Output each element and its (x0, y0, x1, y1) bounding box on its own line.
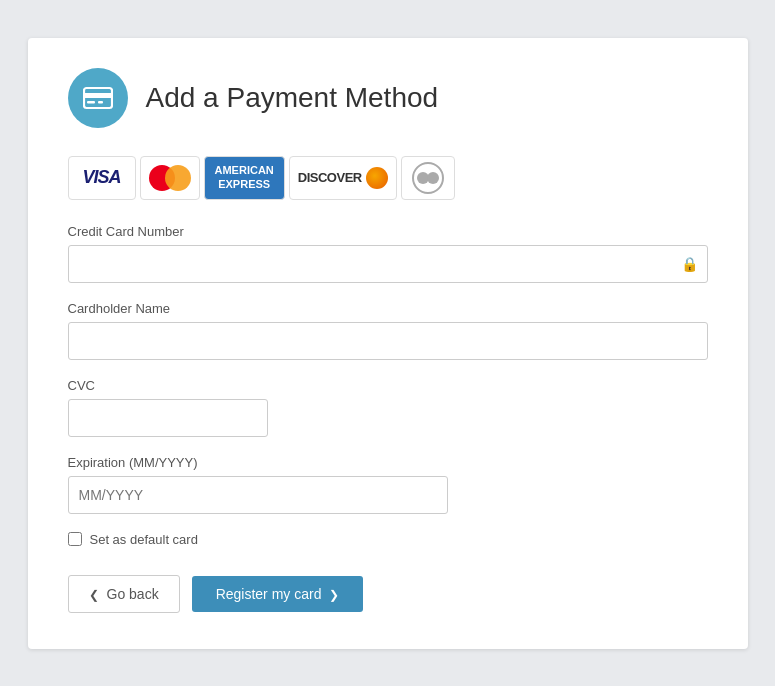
cc-number-label: Credit Card Number (68, 224, 708, 239)
cardholder-name-group: Cardholder Name (68, 301, 708, 360)
mc-right-circle (165, 165, 191, 191)
svg-rect-1 (84, 93, 112, 98)
payment-form-card: Add a Payment Method VISA AMERICANEXPRES… (28, 38, 748, 649)
credit-card-icon (83, 83, 113, 113)
cardholder-label: Cardholder Name (68, 301, 708, 316)
form-header: Add a Payment Method (68, 68, 708, 128)
expiration-group: Expiration (MM/YYYY) (68, 455, 708, 514)
cvc-input[interactable] (68, 399, 268, 437)
go-back-button[interactable]: Go back (68, 575, 180, 613)
visa-logo: VISA (68, 156, 136, 200)
page-title: Add a Payment Method (146, 82, 439, 114)
svg-rect-3 (98, 101, 103, 104)
button-row: Go back Register my card (68, 575, 708, 613)
expiration-label: Expiration (MM/YYYY) (68, 455, 708, 470)
default-card-label[interactable]: Set as default card (90, 532, 198, 547)
register-label: Register my card (216, 586, 322, 602)
payment-icon (68, 68, 128, 128)
mastercard-logo (140, 156, 200, 200)
chevron-left-icon (89, 586, 99, 602)
svg-rect-2 (87, 101, 95, 104)
cc-number-group: Credit Card Number 🔒 (68, 224, 708, 283)
discover-logo: DISCOVER (289, 156, 397, 200)
cardholder-name-input[interactable] (68, 322, 708, 360)
default-card-row: Set as default card (68, 532, 708, 547)
go-back-label: Go back (107, 586, 159, 602)
cc-number-input[interactable] (68, 245, 708, 283)
amex-logo: AMERICANEXPRESS (204, 156, 285, 200)
expiration-input[interactable] (68, 476, 448, 514)
cvc-group: CVC (68, 378, 708, 437)
cvc-label: CVC (68, 378, 708, 393)
default-card-checkbox[interactable] (68, 532, 82, 546)
cc-number-input-wrapper: 🔒 (68, 245, 708, 283)
register-card-button[interactable]: Register my card (192, 576, 364, 612)
discover-dot (366, 167, 388, 189)
card-logos-row: VISA AMERICANEXPRESS DISCOVER (68, 156, 708, 200)
diners-logo (401, 156, 455, 200)
chevron-right-icon (329, 586, 339, 602)
